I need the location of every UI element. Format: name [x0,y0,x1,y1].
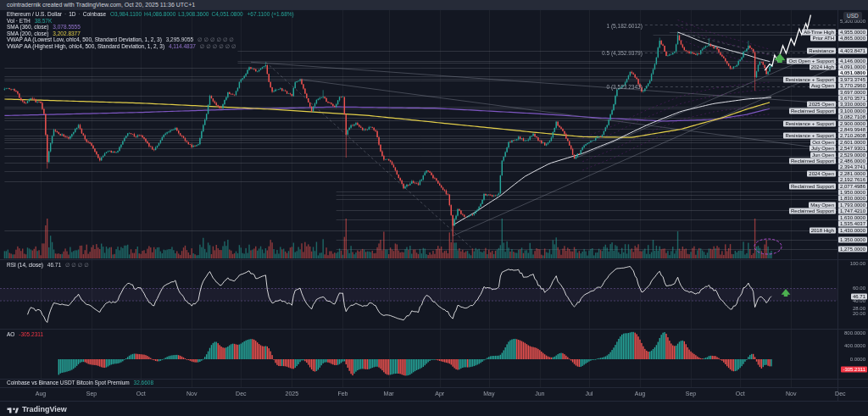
vwap-low-legend-row: VWAP AA (Lowest Low, ohlc4, 500, Standar… [7,36,297,43]
rsi-value: 46.71 [47,262,61,268]
vwap-high-value: 4,114.4837 [169,43,196,49]
attribution-bar: cointradernik created with TradingView.c… [0,0,868,9]
exchange-label: Coinbase [83,11,106,17]
tradingview-chart-app: cointradernik created with TradingView.c… [0,0,868,416]
premium-label[interactable]: Coinbase vs Binance USDT Bitcoin Spot Pr… [7,380,130,385]
volume-value: 38.57K [35,18,53,24]
ohlc-open: O3,984.1100 [110,11,142,17]
sma360-label[interactable]: SMA (360, close) [7,24,49,30]
volume-legend-row: Vol · ETH 38.57K [7,18,297,25]
ao-value: -305.2311 [19,331,43,337]
premium-value: 32.6608 [134,380,154,385]
tradingview-logo-icon[interactable] [7,404,19,414]
sma200-value: 3,202.8377 [53,31,81,36]
footer-bar: TradingView [0,401,868,416]
ao-legend: AO -305.2311 [7,331,46,337]
vwap-low-hidden-values: ∅ ∅ ∅ ∅ ∅ ∅ [198,36,234,42]
vwap-high-hidden-values: ∅ ∅ ∅ ∅ ∅ ∅ [200,43,236,49]
rsi-hidden-values: ∅ ∅ ∅ ∅ [65,262,89,268]
symbol-legend-row: Ethereum / U.S. Dollar·1D·Coinbase O3,98… [7,11,297,18]
sma360-legend-row: SMA (360, close) 3,078.5555 [7,24,297,31]
rsi-legend: RSI (14, close) 46.71 ∅ ∅ ∅ ∅ [7,262,92,269]
rsi-label[interactable]: RSI (14, close) [7,262,43,268]
vwap-high-legend-row: VWAP AA (Highest High, ohlc4, 500, Stand… [7,43,297,50]
premium-legend: Coinbase vs Binance USDT Bitcoin Spot Pr… [7,380,156,385]
currency-toggle-button[interactable]: USD [843,12,862,20]
main-chart-canvas[interactable] [0,0,868,416]
vwap-high-label[interactable]: VWAP AA (Highest High, ohlc4, 500, Stand… [7,43,164,49]
symbol-name[interactable]: Ethereum / U.S. Dollar [7,11,62,17]
sma200-label[interactable]: SMA (200, close) [7,31,49,36]
chart-legend: Ethereum / U.S. Dollar·1D·Coinbase O3,98… [7,11,297,50]
change-value: +67.1100 (+1.68%) [248,11,294,17]
interval-label[interactable]: 1D [69,11,75,17]
ohlc-high: H4,086.8000 [144,11,175,17]
attribution-text: cointradernik created with TradingView.c… [7,2,195,8]
ao-label[interactable]: AO [7,331,14,337]
sma360-value: 3,078.5555 [53,24,81,30]
sma200-legend-row: SMA (200, close) 3,202.8377 [7,31,297,37]
vwap-low-label[interactable]: VWAP AA (Lowest Low, ohlc4, 500, Standar… [7,36,162,42]
ohlc-low: L3,908.3600 [178,11,209,17]
ohlc-close: C4,051.0800 [211,11,242,17]
vwap-low-value: 3,295.9055 [166,36,194,42]
volume-label[interactable]: Vol · ETH [7,18,31,24]
tradingview-brand[interactable]: TradingView [22,405,67,413]
